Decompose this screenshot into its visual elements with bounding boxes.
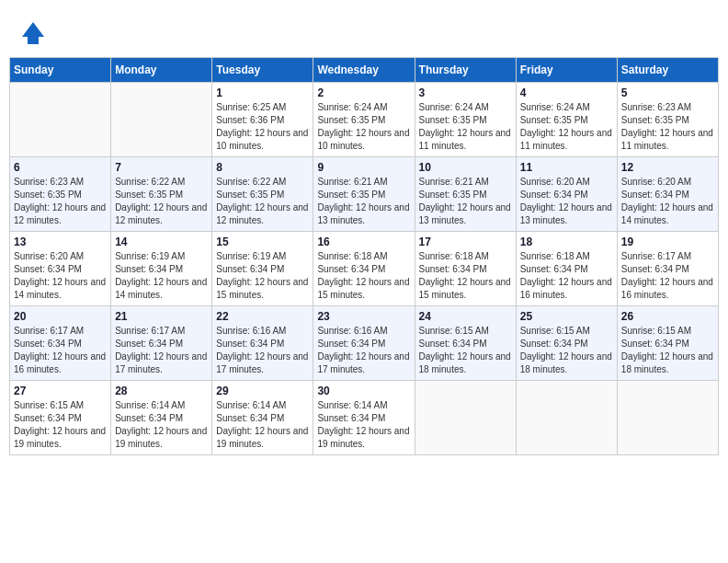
weekday-header: Tuesday bbox=[212, 58, 313, 83]
day-number: 7 bbox=[115, 161, 208, 174]
calendar-cell: 4Sunrise: 6:24 AM Sunset: 6:35 PM Daylig… bbox=[516, 83, 617, 157]
cell-info: Sunrise: 6:20 AM Sunset: 6:34 PM Dayligh… bbox=[621, 176, 714, 227]
calendar-cell: 23Sunrise: 6:16 AM Sunset: 6:34 PM Dayli… bbox=[313, 306, 415, 381]
calendar-week-row: 6Sunrise: 6:23 AM Sunset: 6:35 PM Daylig… bbox=[10, 157, 719, 232]
day-number: 14 bbox=[115, 236, 208, 248]
calendar-cell: 21Sunrise: 6:17 AM Sunset: 6:34 PM Dayli… bbox=[111, 306, 212, 381]
weekday-header: Thursday bbox=[415, 58, 516, 83]
calendar-cell bbox=[111, 83, 212, 157]
calendar-cell: 25Sunrise: 6:15 AM Sunset: 6:34 PM Dayli… bbox=[516, 306, 617, 381]
calendar-header-row: SundayMondayTuesdayWednesdayThursdayFrid… bbox=[10, 58, 719, 83]
weekday-header: Wednesday bbox=[313, 58, 415, 83]
cell-info: Sunrise: 6:18 AM Sunset: 6:34 PM Dayligh… bbox=[317, 250, 410, 302]
calendar-cell: 28Sunrise: 6:14 AM Sunset: 6:34 PM Dayli… bbox=[111, 381, 212, 455]
day-number: 4 bbox=[520, 86, 613, 99]
day-number: 18 bbox=[520, 236, 613, 248]
day-number: 29 bbox=[216, 385, 309, 397]
calendar-cell: 11Sunrise: 6:20 AM Sunset: 6:34 PM Dayli… bbox=[516, 157, 617, 232]
day-number: 1 bbox=[216, 86, 309, 99]
day-number: 8 bbox=[216, 161, 309, 174]
calendar-cell bbox=[617, 381, 718, 455]
cell-info: Sunrise: 6:14 AM Sunset: 6:34 PM Dayligh… bbox=[216, 399, 309, 451]
calendar-cell bbox=[516, 381, 617, 455]
day-number: 19 bbox=[621, 236, 714, 248]
svg-rect-1 bbox=[28, 37, 39, 44]
calendar-cell: 1Sunrise: 6:25 AM Sunset: 6:36 PM Daylig… bbox=[212, 83, 313, 157]
cell-info: Sunrise: 6:21 AM Sunset: 6:35 PM Dayligh… bbox=[317, 176, 410, 227]
day-number: 10 bbox=[419, 161, 512, 174]
cell-info: Sunrise: 6:23 AM Sunset: 6:35 PM Dayligh… bbox=[621, 101, 714, 153]
day-number: 24 bbox=[419, 310, 512, 323]
day-number: 26 bbox=[621, 310, 714, 323]
cell-info: Sunrise: 6:15 AM Sunset: 6:34 PM Dayligh… bbox=[520, 325, 613, 376]
calendar-week-row: 20Sunrise: 6:17 AM Sunset: 6:34 PM Dayli… bbox=[10, 306, 719, 381]
day-number: 2 bbox=[317, 86, 410, 99]
day-number: 21 bbox=[115, 310, 208, 323]
calendar-cell: 12Sunrise: 6:20 AM Sunset: 6:34 PM Dayli… bbox=[617, 157, 718, 232]
calendar-cell: 2Sunrise: 6:24 AM Sunset: 6:35 PM Daylig… bbox=[313, 83, 415, 157]
calendar-week-row: 27Sunrise: 6:15 AM Sunset: 6:34 PM Dayli… bbox=[10, 381, 719, 455]
cell-info: Sunrise: 6:14 AM Sunset: 6:34 PM Dayligh… bbox=[317, 399, 410, 451]
calendar-cell: 15Sunrise: 6:19 AM Sunset: 6:34 PM Dayli… bbox=[212, 232, 313, 306]
cell-info: Sunrise: 6:17 AM Sunset: 6:34 PM Dayligh… bbox=[621, 250, 714, 302]
calendar-cell: 19Sunrise: 6:17 AM Sunset: 6:34 PM Dayli… bbox=[617, 232, 718, 306]
day-number: 3 bbox=[419, 86, 512, 99]
calendar-cell: 22Sunrise: 6:16 AM Sunset: 6:34 PM Dayli… bbox=[212, 306, 313, 381]
day-number: 25 bbox=[520, 310, 613, 323]
cell-info: Sunrise: 6:20 AM Sunset: 6:34 PM Dayligh… bbox=[14, 250, 107, 302]
svg-marker-0 bbox=[22, 22, 44, 37]
day-number: 9 bbox=[317, 161, 410, 174]
calendar-table: SundayMondayTuesdayWednesdayThursdayFrid… bbox=[9, 57, 719, 455]
day-number: 15 bbox=[216, 236, 309, 248]
weekday-header: Monday bbox=[111, 58, 212, 83]
calendar-cell: 18Sunrise: 6:18 AM Sunset: 6:34 PM Dayli… bbox=[516, 232, 617, 306]
day-number: 17 bbox=[419, 236, 512, 248]
cell-info: Sunrise: 6:22 AM Sunset: 6:35 PM Dayligh… bbox=[115, 176, 208, 227]
calendar-cell: 13Sunrise: 6:20 AM Sunset: 6:34 PM Dayli… bbox=[10, 232, 111, 306]
calendar-cell: 10Sunrise: 6:21 AM Sunset: 6:35 PM Dayli… bbox=[415, 157, 516, 232]
calendar-cell: 27Sunrise: 6:15 AM Sunset: 6:34 PM Dayli… bbox=[10, 381, 111, 455]
cell-info: Sunrise: 6:15 AM Sunset: 6:34 PM Dayligh… bbox=[419, 325, 512, 376]
cell-info: Sunrise: 6:24 AM Sunset: 6:35 PM Dayligh… bbox=[317, 101, 410, 153]
calendar-cell: 14Sunrise: 6:19 AM Sunset: 6:34 PM Dayli… bbox=[111, 232, 212, 306]
calendar-week-row: 1Sunrise: 6:25 AM Sunset: 6:36 PM Daylig… bbox=[10, 83, 719, 157]
weekday-header: Sunday bbox=[10, 58, 111, 83]
calendar-cell: 8Sunrise: 6:22 AM Sunset: 6:35 PM Daylig… bbox=[212, 157, 313, 232]
day-number: 23 bbox=[317, 310, 410, 323]
calendar-cell: 16Sunrise: 6:18 AM Sunset: 6:34 PM Dayli… bbox=[313, 232, 415, 306]
calendar-cell: 17Sunrise: 6:18 AM Sunset: 6:34 PM Dayli… bbox=[415, 232, 516, 306]
cell-info: Sunrise: 6:16 AM Sunset: 6:34 PM Dayligh… bbox=[216, 325, 309, 376]
cell-info: Sunrise: 6:14 AM Sunset: 6:34 PM Dayligh… bbox=[115, 399, 208, 451]
cell-info: Sunrise: 6:19 AM Sunset: 6:34 PM Dayligh… bbox=[115, 250, 208, 302]
calendar-week-row: 13Sunrise: 6:20 AM Sunset: 6:34 PM Dayli… bbox=[10, 232, 719, 306]
calendar-cell: 26Sunrise: 6:15 AM Sunset: 6:34 PM Dayli… bbox=[617, 306, 718, 381]
cell-info: Sunrise: 6:22 AM Sunset: 6:35 PM Dayligh… bbox=[216, 176, 309, 227]
weekday-header: Friday bbox=[516, 58, 617, 83]
calendar-cell: 20Sunrise: 6:17 AM Sunset: 6:34 PM Dayli… bbox=[10, 306, 111, 381]
calendar-cell bbox=[415, 381, 516, 455]
day-number: 16 bbox=[317, 236, 410, 248]
day-number: 27 bbox=[14, 385, 107, 397]
day-number: 13 bbox=[14, 236, 107, 248]
day-number: 11 bbox=[520, 161, 613, 174]
cell-info: Sunrise: 6:17 AM Sunset: 6:34 PM Dayligh… bbox=[14, 325, 107, 376]
day-number: 22 bbox=[216, 310, 309, 323]
calendar-cell: 30Sunrise: 6:14 AM Sunset: 6:34 PM Dayli… bbox=[313, 381, 415, 455]
calendar-cell: 24Sunrise: 6:15 AM Sunset: 6:34 PM Dayli… bbox=[415, 306, 516, 381]
day-number: 30 bbox=[317, 385, 410, 397]
cell-info: Sunrise: 6:15 AM Sunset: 6:34 PM Dayligh… bbox=[14, 399, 107, 451]
cell-info: Sunrise: 6:15 AM Sunset: 6:34 PM Dayligh… bbox=[621, 325, 714, 376]
calendar-cell: 5Sunrise: 6:23 AM Sunset: 6:35 PM Daylig… bbox=[617, 83, 718, 157]
cell-info: Sunrise: 6:17 AM Sunset: 6:34 PM Dayligh… bbox=[115, 325, 208, 376]
cell-info: Sunrise: 6:24 AM Sunset: 6:35 PM Dayligh… bbox=[419, 101, 512, 153]
calendar-cell: 7Sunrise: 6:22 AM Sunset: 6:35 PM Daylig… bbox=[111, 157, 212, 232]
cell-info: Sunrise: 6:18 AM Sunset: 6:34 PM Dayligh… bbox=[419, 250, 512, 302]
day-number: 20 bbox=[14, 310, 107, 323]
day-number: 5 bbox=[621, 86, 714, 99]
cell-info: Sunrise: 6:24 AM Sunset: 6:35 PM Dayligh… bbox=[520, 101, 613, 153]
logo bbox=[18, 18, 51, 48]
calendar-cell: 3Sunrise: 6:24 AM Sunset: 6:35 PM Daylig… bbox=[415, 83, 516, 157]
cell-info: Sunrise: 6:23 AM Sunset: 6:35 PM Dayligh… bbox=[14, 176, 107, 227]
cell-info: Sunrise: 6:19 AM Sunset: 6:34 PM Dayligh… bbox=[216, 250, 309, 302]
cell-info: Sunrise: 6:21 AM Sunset: 6:35 PM Dayligh… bbox=[419, 176, 512, 227]
